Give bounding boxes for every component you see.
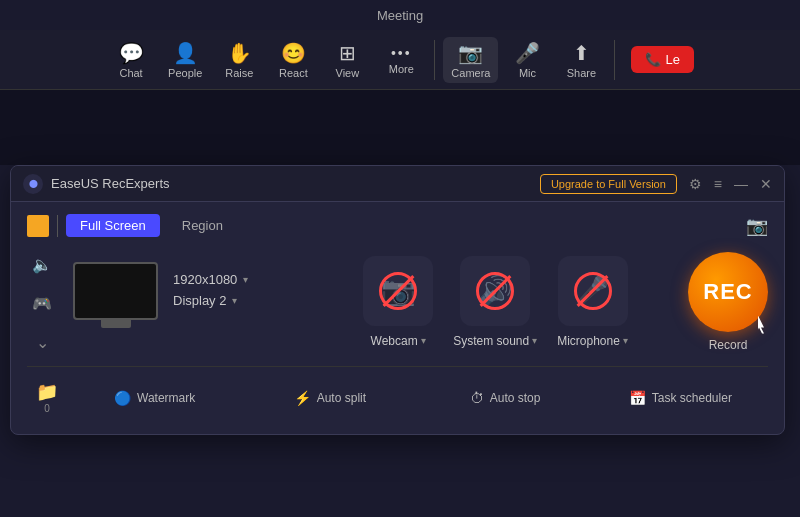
folder-button[interactable]: 📁 0 <box>27 377 67 418</box>
microphone-chevron-icon: ▾ <box>623 335 628 346</box>
chevron-sidebar-icon[interactable]: ⌄ <box>36 333 49 352</box>
rec-text: REC <box>703 279 752 305</box>
screenshot-icon[interactable]: 📷 <box>746 215 768 237</box>
webcam-icon-circle: 📷 <box>363 256 433 326</box>
orange-indicator <box>27 215 49 237</box>
system-sound-chevron-icon: ▾ <box>532 335 537 346</box>
app-name-label: EaseUS RecExperts <box>51 176 540 191</box>
recexperts-window: ⬤ EaseUS RecExperts Upgrade to Full Vers… <box>10 165 785 435</box>
system-sound-label-row: System sound ▾ <box>453 334 537 348</box>
meeting-toolbar: 💬 Chat 👤 People ✋ Raise 😊 React ⊞ View •… <box>0 30 800 89</box>
chat-label: Chat <box>119 67 142 79</box>
toolbar-react[interactable]: 😊 React <box>268 37 318 83</box>
display-row[interactable]: Display 2 ▾ <box>173 293 248 308</box>
resolution-value: 1920x1080 <box>173 272 237 287</box>
folder-badge: 0 <box>44 403 50 414</box>
left-sidebar: 🔈 🎮 ⌄ <box>27 251 57 352</box>
camera-icon: 📷 <box>458 41 483 65</box>
minimize-icon[interactable]: — <box>734 176 748 192</box>
tab-full-screen[interactable]: Full Screen <box>66 214 160 237</box>
task-scheduler-label: Task scheduler <box>652 391 732 405</box>
menu-icon[interactable]: ≡ <box>714 176 722 192</box>
meeting-title-bar: Meeting <box>0 0 800 30</box>
toolbar-camera[interactable]: 📷 Camera <box>443 37 498 83</box>
toolbar-divider-2 <box>614 40 615 80</box>
watermark-icon: 🔵 <box>114 390 131 406</box>
cursor-icon <box>758 316 770 334</box>
monitor-icon <box>73 262 158 320</box>
system-sound-icon-circle: 🔊 <box>460 256 530 326</box>
tab-region[interactable]: Region <box>168 214 237 237</box>
upgrade-button[interactable]: Upgrade to Full Version <box>540 174 677 194</box>
settings-icon[interactable]: ⚙ <box>689 176 702 192</box>
camera-label: Camera <box>451 67 490 79</box>
webcam-button[interactable]: 📷 Webcam ▾ <box>363 256 433 348</box>
meeting-title: Meeting <box>377 8 423 23</box>
recexperts-content: Full Screen Region 📷 🔈 🎮 ⌄ <box>11 202 784 434</box>
auto-split-label: Auto split <box>317 391 366 405</box>
task-scheduler-button[interactable]: 📅 Task scheduler <box>593 386 768 410</box>
react-label: React <box>279 67 308 79</box>
auto-stop-icon: ⏱ <box>470 390 484 406</box>
system-sound-button[interactable]: 🔊 System sound ▾ <box>453 256 537 348</box>
media-controls: 📷 Webcam ▾ 🔊 <box>319 256 672 348</box>
folder-icon: 📁 <box>36 381 58 403</box>
toolbar-people[interactable]: 👤 People <box>160 37 210 83</box>
auto-split-button[interactable]: ⚡ Auto split <box>242 386 417 410</box>
logo-icon: ⬤ <box>29 179 38 188</box>
watermark-button[interactable]: 🔵 Watermark <box>67 386 242 410</box>
people-label: People <box>168 67 202 79</box>
share-icon: ⬆ <box>573 41 590 65</box>
raise-label: Raise <box>225 67 253 79</box>
react-icon: 😊 <box>281 41 306 65</box>
webcam-label-row: Webcam ▾ <box>371 334 426 348</box>
audio-sidebar-icon[interactable]: 🔈 <box>32 255 52 274</box>
recexperts-titlebar: ⬤ EaseUS RecExperts Upgrade to Full Vers… <box>11 166 784 202</box>
display-preview-area: 1920x1080 ▾ Display 2 ▾ <box>73 262 303 342</box>
meeting-topbar: Meeting 💬 Chat 👤 People ✋ Raise 😊 React … <box>0 0 800 90</box>
system-sound-label: System sound <box>453 334 529 348</box>
more-label: More <box>389 63 414 75</box>
resolution-chevron-icon: ▾ <box>243 274 248 285</box>
toolbar-view[interactable]: ⊞ View <box>322 37 372 83</box>
top-row: Full Screen Region 📷 <box>27 214 768 237</box>
bottom-row: 📁 0 🔵 Watermark ⚡ Auto split ⏱ Auto stop… <box>27 366 768 418</box>
toolbar-mic[interactable]: 🎤 Mic <box>502 37 552 83</box>
close-icon[interactable]: ✕ <box>760 176 772 192</box>
toolbar-more[interactable]: ••• More <box>376 41 426 79</box>
view-icon: ⊞ <box>339 41 356 65</box>
display-chevron-icon: ▾ <box>232 295 237 306</box>
display-label-value: Display 2 <box>173 293 226 308</box>
phone-icon: 📞 <box>645 52 661 67</box>
app-logo: ⬤ <box>23 174 43 194</box>
record-label: Record <box>709 338 748 352</box>
microphone-icon-circle: 🎤 <box>558 256 628 326</box>
rec-button[interactable]: REC <box>688 252 768 332</box>
microphone-button[interactable]: 🎤 Microphone ▾ <box>557 256 628 348</box>
watermark-label: Watermark <box>137 391 195 405</box>
toolbar-divider-1 <box>434 40 435 80</box>
auto-stop-button[interactable]: ⏱ Auto stop <box>418 386 593 410</box>
tab-separator <box>57 215 58 237</box>
resolution-row[interactable]: 1920x1080 ▾ <box>173 272 248 287</box>
monitor-preview <box>73 262 158 328</box>
bg-area <box>0 90 800 165</box>
mic-label: Mic <box>519 67 536 79</box>
chat-icon: 💬 <box>119 41 144 65</box>
toolbar-share[interactable]: ⬆ Share <box>556 37 606 83</box>
titlebar-icons: ⚙ ≡ — ✕ <box>689 176 772 192</box>
rec-button-container[interactable]: REC Record <box>688 252 768 352</box>
raise-icon: ✋ <box>227 41 252 65</box>
auto-split-icon: ⚡ <box>294 390 311 406</box>
more-icon: ••• <box>391 45 412 61</box>
gamepad-sidebar-icon[interactable]: 🎮 <box>32 294 52 313</box>
microphone-label-row: Microphone ▾ <box>557 334 628 348</box>
view-label: View <box>336 67 360 79</box>
share-label: Share <box>567 67 596 79</box>
end-call-button[interactable]: 📞 Le <box>631 46 693 73</box>
mic-icon: 🎤 <box>515 41 540 65</box>
microphone-label: Microphone <box>557 334 620 348</box>
display-info: 1920x1080 ▾ Display 2 ▾ <box>173 272 248 308</box>
toolbar-chat[interactable]: 💬 Chat <box>106 37 156 83</box>
toolbar-raise[interactable]: ✋ Raise <box>214 37 264 83</box>
